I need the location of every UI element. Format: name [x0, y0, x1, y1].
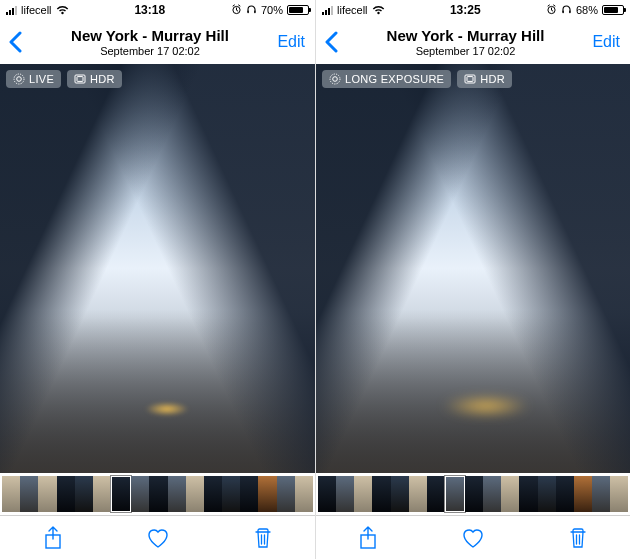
thumbnail[interactable] [240, 476, 258, 512]
photo-badges: LIVE HDR [6, 70, 122, 88]
thumbnail[interactable] [295, 476, 313, 512]
hdr-icon [464, 74, 476, 84]
thumbnail[interactable] [483, 476, 501, 512]
thumbnail[interactable] [318, 476, 336, 512]
live-badge[interactable]: LIVE [6, 70, 61, 88]
back-button[interactable] [324, 20, 354, 64]
share-button[interactable] [33, 518, 73, 558]
thumbnail[interactable] [519, 476, 537, 512]
thumbnail[interactable] [409, 476, 427, 512]
thumbnail[interactable] [93, 476, 111, 512]
long-exposure-badge[interactable]: LONG EXPOSURE [322, 70, 451, 88]
live-badge-label: LIVE [29, 73, 54, 85]
thumbnail[interactable] [38, 476, 56, 512]
edit-button[interactable]: Edit [592, 20, 620, 64]
status-bar: lifecell 13:25 68% [316, 0, 630, 20]
svg-rect-1 [247, 10, 249, 13]
nav-bar: New York - Murray Hill September 17 02:0… [316, 20, 630, 64]
headphones-icon [246, 4, 257, 17]
svg-point-3 [14, 74, 24, 84]
hdr-badge-label: HDR [90, 73, 115, 85]
thumbnail[interactable] [131, 476, 149, 512]
thumbnail[interactable] [592, 476, 610, 512]
phone-left: lifecell 13:18 70% New York - Murray Hil… [0, 0, 315, 559]
thumbnail[interactable] [20, 476, 38, 512]
battery-pct: 68% [576, 4, 598, 16]
headphones-icon [561, 4, 572, 17]
thumbnail[interactable] [336, 476, 354, 512]
alarm-icon [231, 4, 242, 17]
battery-icon [287, 5, 309, 15]
thumbnails [2, 476, 313, 512]
photo-viewer[interactable]: LIVE HDR [0, 64, 315, 473]
nav-subtitle: September 17 02:02 [356, 45, 575, 57]
phone-right: lifecell 13:25 68% New York - Murray Hil… [315, 0, 630, 559]
thumbnail-strip[interactable] [316, 473, 630, 515]
photo [316, 64, 630, 473]
toolbar [0, 515, 315, 559]
clock: 13:18 [69, 3, 231, 17]
thumbnail[interactable] [538, 476, 556, 512]
live-icon [329, 73, 341, 85]
thumbnail[interactable] [372, 476, 390, 512]
battery-icon [602, 5, 624, 15]
svg-rect-10 [569, 10, 571, 13]
share-button[interactable] [348, 518, 388, 558]
thumbnail-selected[interactable] [445, 476, 465, 512]
toolbar [316, 515, 630, 559]
battery-pct: 70% [261, 4, 283, 16]
thumbnail[interactable] [501, 476, 519, 512]
svg-point-11 [330, 74, 340, 84]
carrier-label: lifecell [337, 4, 368, 16]
hdr-badge[interactable]: HDR [457, 70, 512, 88]
long-exposure-label: LONG EXPOSURE [345, 73, 444, 85]
thumbnail[interactable] [186, 476, 204, 512]
photo-viewer[interactable]: LONG EXPOSURE HDR [316, 64, 630, 473]
wifi-icon [372, 5, 385, 15]
photo [0, 64, 315, 473]
nav-title-group: New York - Murray Hill September 17 02:0… [40, 27, 260, 57]
thumbnail[interactable] [258, 476, 276, 512]
thumbnail[interactable] [75, 476, 93, 512]
thumbnail[interactable] [427, 476, 445, 512]
nav-subtitle: September 17 02:02 [40, 45, 260, 57]
thumbnail-selected[interactable] [111, 476, 131, 512]
signal-icon [322, 5, 333, 15]
thumbnail[interactable] [354, 476, 372, 512]
favorite-button[interactable] [453, 518, 493, 558]
thumbnail-strip[interactable] [0, 473, 315, 515]
thumbnails [318, 476, 628, 512]
delete-button[interactable] [243, 518, 283, 558]
alarm-icon [546, 4, 557, 17]
status-left: lifecell [322, 4, 385, 16]
thumbnail[interactable] [204, 476, 222, 512]
thumbnail[interactable] [556, 476, 574, 512]
carrier-label: lifecell [21, 4, 52, 16]
thumbnail[interactable] [168, 476, 186, 512]
thumbnail[interactable] [2, 476, 20, 512]
nav-title: New York - Murray Hill [40, 27, 260, 44]
delete-button[interactable] [558, 518, 598, 558]
thumbnail[interactable] [149, 476, 167, 512]
thumbnail[interactable] [222, 476, 240, 512]
svg-point-4 [17, 77, 22, 82]
status-right: 68% [546, 4, 624, 17]
back-button[interactable] [8, 20, 38, 64]
clock: 13:25 [385, 3, 546, 17]
hdr-badge-label: HDR [480, 73, 505, 85]
thumbnail[interactable] [465, 476, 483, 512]
thumbnail[interactable] [391, 476, 409, 512]
wifi-icon [56, 5, 69, 15]
favorite-button[interactable] [138, 518, 178, 558]
nav-bar: New York - Murray Hill September 17 02:0… [0, 20, 315, 64]
thumbnail[interactable] [57, 476, 75, 512]
status-left: lifecell [6, 4, 69, 16]
thumbnail[interactable] [610, 476, 628, 512]
signal-icon [6, 5, 17, 15]
thumbnail[interactable] [574, 476, 592, 512]
hdr-badge[interactable]: HDR [67, 70, 122, 88]
battery-fill-right [604, 7, 618, 13]
thumbnail[interactable] [277, 476, 295, 512]
edit-button[interactable]: Edit [277, 20, 305, 64]
status-bar: lifecell 13:18 70% [0, 0, 315, 20]
